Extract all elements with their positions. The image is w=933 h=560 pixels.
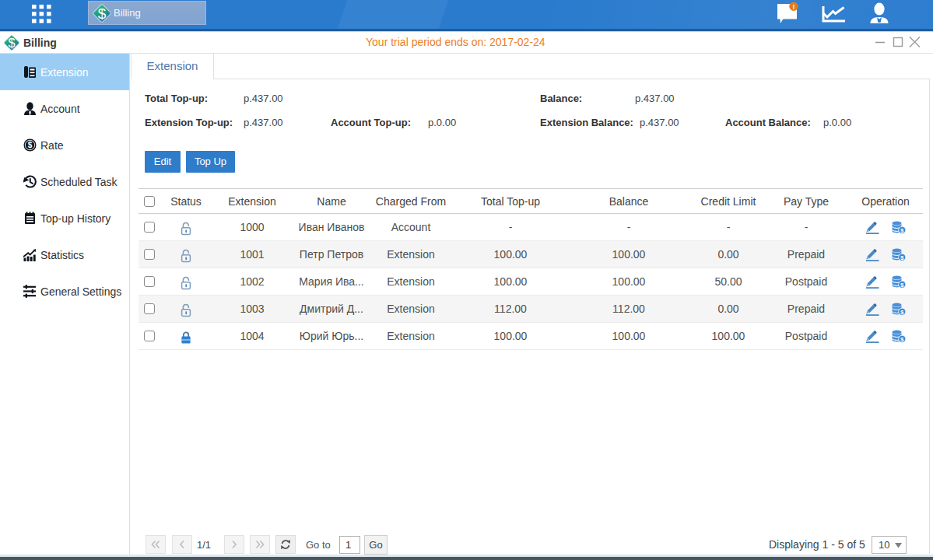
svg-text:$: $ <box>8 36 15 50</box>
svg-text:$: $ <box>28 141 33 149</box>
svg-text:$: $ <box>98 5 107 22</box>
svg-text:!: ! <box>793 3 795 11</box>
